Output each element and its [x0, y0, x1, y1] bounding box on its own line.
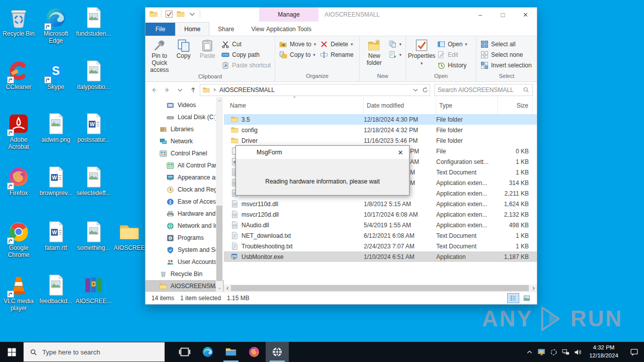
sidebar-item-user-accounts[interactable]: User Accounts	[145, 256, 224, 268]
desktop-icon-aioscree[interactable]: AIOSCREE	[111, 220, 148, 252]
desktop-icon-firefox[interactable]: Firefox	[0, 165, 37, 197]
desktop-icon-postssatur[interactable]: Wpostssatur...	[75, 112, 112, 144]
column-header-date-modified[interactable]: Date modified	[364, 97, 436, 114]
sidebar-item-control-panel[interactable]: Control Panel	[145, 147, 224, 159]
sidebar-item-recycle-bin[interactable]: Recycle Bin	[145, 268, 224, 280]
history-button[interactable]: History	[435, 60, 469, 70]
taskbar-active-app-button[interactable]	[266, 342, 289, 362]
copy-to-button[interactable]: Copy to ▾	[277, 49, 318, 60]
desktop-icon-fundstuden[interactable]: fundstuden...	[75, 6, 112, 38]
desktop-icon-brownprev[interactable]: Wbrownprev...	[37, 165, 74, 197]
properties-button[interactable]: Properties ▾	[408, 37, 435, 73]
dialog-close-button[interactable]: ✕	[392, 146, 409, 159]
maximize-button[interactable]: □	[492, 8, 514, 22]
qat-properties-icon[interactable]	[165, 10, 173, 18]
desktop-icon-selectedeff[interactable]: selectedeff...	[75, 165, 112, 197]
move-to-button[interactable]: Move to ▾	[277, 39, 318, 49]
close-button[interactable]: ✕	[514, 8, 537, 22]
hidden-icons-button[interactable]	[523, 342, 535, 362]
sidebar-item-network-and-ir[interactable]: Network and Ir	[145, 220, 224, 232]
desktop-icon-google-chrome[interactable]: Google Chrome	[0, 220, 37, 259]
file-row-msvcr120d-dll[interactable]: msvcr120d.dll10/17/2024 6:08 AMApplicati…	[224, 209, 537, 220]
file-row-config[interactable]: config12/18/2024 4:32 PMFile folder	[224, 125, 537, 135]
task-view-button[interactable]	[173, 342, 196, 362]
network-status-button[interactable]	[559, 342, 572, 362]
taskbar-clock[interactable]: 4:32 PM 12/18/2024	[584, 344, 624, 359]
sidebar-item-videos[interactable]: Videos	[145, 99, 224, 111]
sidebar-item-appearance-an[interactable]: Appearance an	[145, 171, 224, 184]
dialog-title-bar[interactable]: MsgForm ✕	[236, 146, 409, 159]
open-button[interactable]: Open ▾	[435, 39, 469, 49]
edit-button[interactable]: Edit	[435, 49, 469, 60]
tray-display-button[interactable]	[535, 342, 547, 362]
scroll-down-icon[interactable]	[216, 285, 223, 292]
delete-button[interactable]: Delete ▾	[318, 39, 355, 49]
scroll-right-icon[interactable]	[530, 285, 537, 292]
qat-newfolder-icon[interactable]	[177, 10, 185, 18]
thumbnails-view-button[interactable]	[521, 293, 533, 303]
search-input[interactable]: Search AIOSCREENSMALL	[434, 84, 533, 96]
sidebar-scrollbar[interactable]	[216, 97, 223, 292]
desktop-icon-ccleaner[interactable]: CCleaner	[0, 59, 37, 91]
scrollbar-thumb[interactable]	[216, 206, 222, 281]
desktop-icon-skype[interactable]: SSkype	[37, 59, 74, 91]
desktop-icon-vlc-media-player[interactable]: VLC media player	[0, 274, 37, 312]
rename-button[interactable]: Rename	[318, 49, 355, 60]
address-box[interactable]: AIOSCREENSMALL	[200, 84, 430, 96]
volume-button[interactable]	[572, 342, 584, 362]
new-item-button[interactable]: ▾	[386, 39, 404, 49]
sidebar-item-hardware-and[interactable]: Hardware and	[145, 208, 224, 220]
new-folder-button[interactable]: New folder	[362, 37, 386, 73]
column-header-type[interactable]: Type	[436, 97, 498, 114]
title-bar[interactable]: Manage AIOSCREENSMALL – □ ✕	[145, 8, 537, 22]
taskbar-explorer-button[interactable]	[219, 342, 243, 362]
paste-button[interactable]: Paste	[196, 37, 220, 73]
taskbar-firefox-button[interactable]	[243, 342, 266, 362]
copy-button[interactable]: Copy	[172, 37, 196, 73]
tab-share[interactable]: Share	[209, 23, 243, 36]
pin-to-quick-access-button[interactable]: Pin to Quick access	[147, 37, 172, 73]
sidebar-item-network[interactable]: Network	[145, 135, 224, 147]
manage-contextual-tab[interactable]: Manage	[259, 8, 318, 22]
horizontal-scrollbar[interactable]	[224, 285, 537, 292]
minimize-button[interactable]: –	[469, 8, 492, 22]
file-row-msvcr110d-dll[interactable]: msvcr110d.dll1/8/2012 5:15 AMApplication…	[224, 199, 537, 209]
action-center-button[interactable]	[624, 348, 644, 356]
qat-customize-chevron-icon[interactable]	[188, 10, 196, 18]
scroll-left-icon[interactable]	[224, 285, 231, 292]
refresh-icon[interactable]	[422, 86, 429, 94]
column-header-size[interactable]: Size	[498, 97, 533, 114]
easy-access-button[interactable]: ▾	[386, 49, 404, 60]
address-dropdown-icon[interactable]	[412, 86, 419, 94]
desktop-icon-italypositio[interactable]: italypositio...	[75, 59, 112, 91]
sidebar-item-ease-of-access[interactable]: Ease of Access	[145, 196, 224, 208]
details-view-button[interactable]	[507, 293, 519, 303]
file-row-net-download-txt[interactable]: NET_download.txt6/12/2021 6:08 AMText Do…	[224, 230, 537, 241]
scroll-up-icon[interactable]	[216, 97, 223, 104]
sidebar-item-system-and-se[interactable]: System and Se	[145, 244, 224, 256]
sidebar-item-local-disk-c[interactable]: Local Disk (C:)	[145, 111, 224, 123]
tab-home[interactable]: Home	[175, 22, 209, 36]
file-row-3-5[interactable]: 3.512/18/2024 4:30 PMFile folder	[224, 114, 537, 125]
sidebar-item-aioscreensma[interactable]: AIOSCREENSMA	[145, 280, 224, 292]
start-button[interactable]	[0, 342, 23, 362]
select-all-button[interactable]: Select all	[478, 39, 534, 49]
desktop-icon-aidwin-png[interactable]: aidwin.png	[37, 112, 74, 144]
cut-button[interactable]: Cut	[219, 39, 273, 49]
taskbar-edge-button[interactable]	[196, 342, 219, 362]
up-button[interactable]	[187, 84, 200, 96]
recent-locations-button[interactable]	[174, 84, 187, 96]
paste-shortcut-button[interactable]: Paste shortcut	[219, 60, 273, 70]
column-header-name[interactable]: Name ⌃	[227, 97, 364, 114]
file-row-usbmonitor-exe[interactable]: UsbMonitor.exe1/10/2024 6:51 AMApplicati…	[224, 251, 537, 262]
sidebar-item-programs[interactable]: Programs	[145, 232, 224, 244]
breadcrumb-path[interactable]: AIOSCREENSMALL	[219, 86, 275, 94]
file-row-driver[interactable]: Driver11/16/2023 5:46 PMFile folder	[224, 135, 537, 146]
file-row-naudio-dll[interactable]: NAudio.dll5/4/2019 1:55 AMApplication ex…	[224, 220, 537, 230]
tab-application-tools[interactable]: Application Tools	[259, 23, 318, 36]
invert-selection-button[interactable]: Invert selection	[478, 60, 534, 70]
forward-button[interactable]	[160, 84, 174, 96]
copy-path-button[interactable]: Copy path	[219, 49, 273, 60]
desktop-icon-aioscree[interactable]: AIOSCREE...	[75, 274, 112, 305]
desktop-icon-feedbackd[interactable]: feedbackd...	[37, 274, 74, 305]
